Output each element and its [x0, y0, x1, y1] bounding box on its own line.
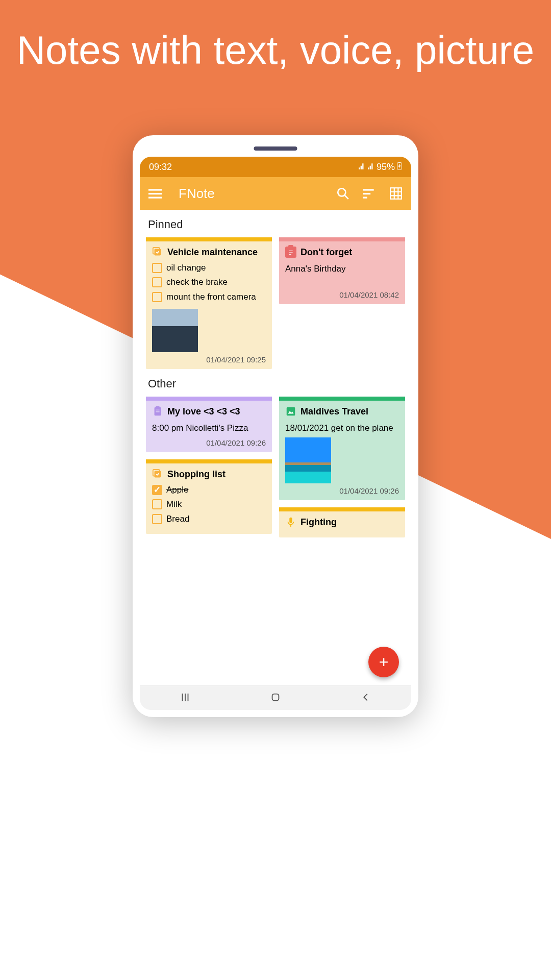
- note-title: Vehicle maintenance: [167, 247, 258, 258]
- svg-line-6: [344, 195, 348, 199]
- app-bar: FNote: [140, 177, 411, 210]
- section-pinned: Pinned: [146, 210, 405, 237]
- android-nav-bar: [140, 685, 411, 710]
- add-note-button[interactable]: +: [368, 647, 399, 677]
- svg-rect-1: [398, 162, 400, 163]
- sort-icon[interactable]: [362, 186, 377, 201]
- checkbox[interactable]: [152, 263, 162, 273]
- svg-rect-17: [288, 248, 294, 257]
- menu-icon[interactable]: [148, 186, 162, 201]
- clipboard-icon: [285, 247, 296, 258]
- check-label: mount the front camera: [166, 291, 256, 303]
- svg-rect-4: [148, 197, 162, 199]
- note-image: [152, 309, 198, 352]
- note-date: 01/04/2021 09:26: [152, 438, 266, 447]
- check-label: Apple: [166, 484, 188, 496]
- note-card-maldives[interactable]: Maldives Travel 18/01/2021 get on the pl…: [279, 397, 405, 500]
- note-date: 01/04/2021 09:26: [285, 486, 399, 495]
- svg-rect-23: [156, 406, 159, 408]
- note-date: 01/04/2021 08:42: [285, 290, 399, 299]
- svg-rect-7: [363, 189, 374, 190]
- nav-back-icon[interactable]: [360, 692, 371, 705]
- check-label: oil change: [166, 262, 206, 274]
- checklist-icon: [152, 469, 163, 480]
- note-card-my-love[interactable]: My love <3 <3 <3 8:00 pm Nicolletti's Pi…: [146, 397, 272, 452]
- note-card-fighting[interactable]: Fighting: [279, 507, 405, 537]
- note-date: 01/04/2021 09:25: [152, 355, 266, 364]
- svg-rect-30: [289, 518, 292, 523]
- nav-recent-icon[interactable]: [180, 692, 191, 705]
- svg-rect-8: [363, 193, 370, 194]
- note-title: Shopping list: [167, 469, 226, 480]
- checkbox[interactable]: [152, 514, 162, 524]
- signal-icon-2: [367, 162, 374, 173]
- grid-icon[interactable]: [389, 186, 403, 201]
- note-body: Anna's Birthday: [285, 263, 399, 275]
- app-title: FNote: [179, 186, 323, 202]
- svg-rect-22: [155, 407, 161, 415]
- svg-point-5: [338, 188, 345, 196]
- clipboard-icon: [152, 406, 163, 417]
- checkbox[interactable]: [152, 292, 162, 302]
- hero-text: Notes with text, voice, picture: [0, 0, 551, 76]
- note-card-vehicle[interactable]: Vehicle maintenance oil change check the…: [146, 237, 272, 369]
- note-card-dont-forget[interactable]: Don't forget Anna's Birthday 01/04/2021 …: [279, 237, 405, 304]
- battery-text: 95%: [377, 162, 395, 173]
- search-icon[interactable]: [336, 186, 350, 201]
- svg-rect-3: [148, 193, 162, 194]
- note-body: 18/01/2021 get on the plane: [285, 423, 399, 434]
- note-body: 8:00 pm Nicolletti's Pizza: [152, 423, 266, 434]
- battery-icon: [397, 162, 402, 173]
- note-card-shopping[interactable]: Shopping list Apple Milk Bread: [146, 459, 272, 534]
- svg-rect-10: [390, 188, 402, 199]
- svg-rect-28: [287, 407, 295, 415]
- mic-icon: [285, 517, 296, 528]
- status-time: 09:32: [149, 162, 172, 173]
- note-title: Don't forget: [300, 247, 352, 258]
- nav-home-icon[interactable]: [270, 692, 281, 705]
- checkbox[interactable]: [152, 277, 162, 287]
- image-icon: [285, 406, 296, 417]
- check-label: Milk: [166, 499, 182, 510]
- phone-frame: 09:32 95% FNote: [133, 135, 418, 717]
- checklist-icon: [152, 247, 163, 258]
- note-title: My love <3 <3 <3: [167, 406, 240, 418]
- svg-rect-2: [148, 189, 162, 190]
- status-bar: 09:32 95%: [140, 157, 411, 177]
- phone-notch: [254, 146, 297, 151]
- svg-rect-35: [272, 694, 279, 700]
- svg-rect-9: [363, 197, 367, 199]
- checkbox[interactable]: [152, 499, 162, 509]
- signal-icon: [358, 162, 365, 173]
- svg-rect-18: [289, 247, 292, 249]
- check-label: check the brake: [166, 277, 228, 288]
- note-title: Maldives Travel: [300, 406, 368, 418]
- note-title: Fighting: [300, 517, 337, 528]
- check-label: Bread: [166, 513, 189, 525]
- checkbox[interactable]: [152, 485, 162, 495]
- section-other: Other: [146, 369, 405, 397]
- note-image: [285, 437, 331, 483]
